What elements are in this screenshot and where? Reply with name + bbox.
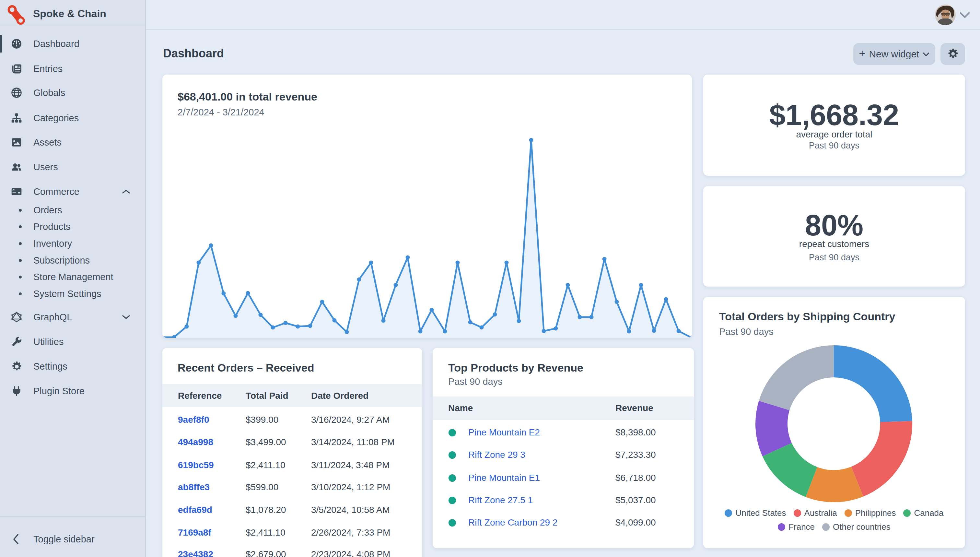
svg-text:C: C [12,188,15,192]
